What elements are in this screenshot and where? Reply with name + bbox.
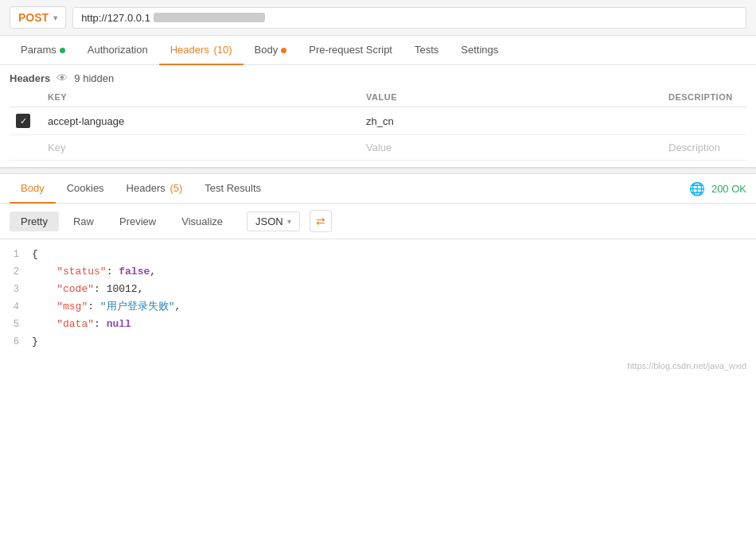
empty-key[interactable]: Key bbox=[41, 135, 360, 161]
resp-tab-cookies[interactable]: Cookies bbox=[56, 174, 115, 204]
row-value[interactable]: zh_cn bbox=[360, 107, 662, 135]
tab-tests[interactable]: Tests bbox=[403, 36, 450, 65]
resp-tab-body[interactable]: Body bbox=[10, 174, 56, 204]
empty-value[interactable]: Value bbox=[360, 135, 662, 161]
resp-tab-headers[interactable]: Headers (5) bbox=[115, 174, 194, 204]
section-divider bbox=[0, 168, 756, 174]
json-key: "code" bbox=[57, 283, 94, 295]
url-text[interactable]: http://127.0.0.1 bbox=[81, 12, 150, 24]
body-dot bbox=[281, 48, 286, 53]
json-plain: : bbox=[94, 283, 107, 295]
json-brace: { bbox=[32, 248, 38, 260]
json-key: "data" bbox=[57, 318, 94, 330]
line-number: 5 bbox=[0, 316, 32, 332]
json-plain bbox=[32, 301, 57, 312]
line-content: { bbox=[32, 246, 756, 263]
json-null: null bbox=[107, 318, 131, 330]
line-number: 6 bbox=[0, 334, 32, 350]
json-line: 4 "msg": "用户登录失败", bbox=[0, 298, 756, 316]
watermark: https://blog.csdn.net/java_wxid bbox=[0, 358, 756, 374]
row-description bbox=[662, 107, 746, 135]
wrap-icon-symbol: ⇄ bbox=[316, 215, 325, 227]
col-check-header bbox=[10, 87, 41, 107]
col-desc-header: DESCRIPTION bbox=[662, 87, 746, 107]
col-key-header: KEY bbox=[41, 87, 360, 107]
json-line: 5 "data": null bbox=[0, 316, 756, 333]
col-value-header: VALUE bbox=[360, 87, 662, 107]
json-line: 1{ bbox=[0, 246, 756, 263]
table-empty-row: Key Value Description bbox=[10, 135, 746, 161]
line-content: "data": null bbox=[32, 316, 756, 333]
response-section: Body Cookies Headers (5) Test Results 🌐 … bbox=[0, 174, 756, 358]
checkbox-checked[interactable]: ✓ bbox=[16, 114, 30, 128]
json-line: 2 "status": false, bbox=[0, 263, 756, 281]
json-content: 1{2 "status": false,3 "code": 10012,4 "m… bbox=[0, 239, 756, 358]
line-content: "code": 10012, bbox=[32, 281, 756, 298]
url-blurred bbox=[154, 13, 265, 22]
eye-icon[interactable]: 👁 bbox=[57, 72, 68, 84]
fmt-tab-raw[interactable]: Raw bbox=[62, 212, 105, 231]
response-status: 🌐 200 OK bbox=[689, 181, 746, 196]
status-badge: 200 OK bbox=[711, 183, 746, 195]
table-row: ✓ accept-language zh_cn bbox=[10, 107, 746, 135]
tab-prerequest[interactable]: Pre-request Script bbox=[298, 36, 403, 65]
json-plain: : bbox=[88, 301, 100, 312]
json-bool: false bbox=[119, 266, 150, 278]
headers-table: KEY VALUE DESCRIPTION ✓ accept-language … bbox=[10, 87, 746, 161]
line-content: "status": false, bbox=[32, 263, 756, 281]
json-plain: : bbox=[94, 318, 107, 330]
line-content: "msg": "用户登录失败", bbox=[32, 298, 756, 316]
json-line: 6} bbox=[0, 333, 756, 351]
json-type-select[interactable]: JSON ▾ bbox=[247, 212, 300, 231]
format-bar: Pretty Raw Preview Visualize JSON ▾ ⇄ bbox=[0, 204, 756, 239]
empty-desc[interactable]: Description bbox=[662, 135, 746, 161]
method-chevron: ▾ bbox=[53, 14, 57, 22]
wrap-icon[interactable]: ⇄ bbox=[310, 210, 332, 232]
json-plain: , bbox=[150, 266, 156, 278]
line-number: 1 bbox=[0, 247, 32, 262]
globe-icon: 🌐 bbox=[689, 181, 705, 196]
tab-headers[interactable]: Headers (10) bbox=[159, 36, 244, 65]
method-select[interactable]: POST ▾ bbox=[10, 6, 66, 29]
tab-body[interactable]: Body bbox=[244, 36, 298, 65]
hidden-count: 9 hidden bbox=[74, 72, 114, 84]
params-dot bbox=[60, 48, 65, 53]
fmt-tab-pretty[interactable]: Pretty bbox=[10, 212, 59, 231]
json-number: 10012 bbox=[107, 283, 138, 295]
url-bar: POST ▾ http://127.0.0.1 bbox=[0, 0, 756, 36]
json-line: 3 "code": 10012, bbox=[0, 281, 756, 298]
json-plain: : bbox=[107, 266, 119, 278]
json-chevron: ▾ bbox=[287, 217, 291, 226]
json-plain bbox=[32, 318, 57, 330]
json-key: "msg" bbox=[57, 301, 88, 312]
line-number: 4 bbox=[0, 299, 32, 315]
empty-checkbox bbox=[10, 135, 41, 161]
tab-params[interactable]: Params bbox=[10, 36, 76, 65]
fmt-tab-preview[interactable]: Preview bbox=[108, 212, 167, 231]
json-plain bbox=[32, 266, 57, 278]
request-tabs: Params Authorization Headers (10) Body P… bbox=[0, 36, 756, 65]
json-plain: , bbox=[138, 283, 144, 295]
json-key: "status" bbox=[57, 266, 106, 278]
method-label: POST bbox=[18, 11, 49, 24]
json-brace: } bbox=[32, 336, 38, 347]
line-number: 2 bbox=[0, 264, 32, 280]
tab-authorization[interactable]: Authorization bbox=[76, 36, 159, 65]
line-content: } bbox=[32, 333, 756, 351]
json-string: "用户登录失败" bbox=[100, 301, 175, 312]
row-checkbox[interactable]: ✓ bbox=[10, 107, 41, 135]
resp-tab-test-results[interactable]: Test Results bbox=[193, 174, 272, 204]
json-plain bbox=[32, 283, 57, 295]
line-number: 3 bbox=[0, 281, 32, 297]
row-key[interactable]: accept-language bbox=[41, 107, 360, 135]
response-tabs-bar: Body Cookies Headers (5) Test Results 🌐 … bbox=[0, 174, 756, 204]
headers-label: Headers bbox=[10, 72, 50, 84]
fmt-tab-visualize[interactable]: Visualize bbox=[170, 212, 234, 231]
headers-section: Headers 👁 9 hidden KEY VALUE DESCRIPTION… bbox=[0, 65, 756, 168]
tab-settings[interactable]: Settings bbox=[450, 36, 509, 65]
json-plain: , bbox=[174, 301, 181, 312]
